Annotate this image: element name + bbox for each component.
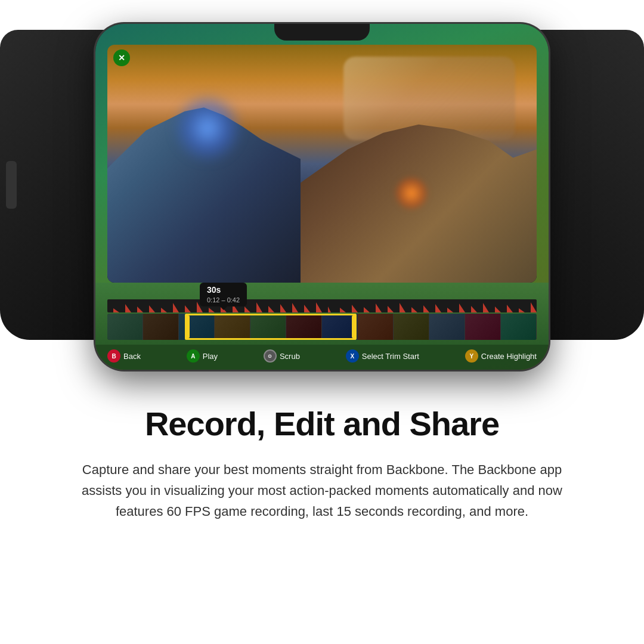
film-frame-11 [501, 314, 537, 340]
film-frame-7 [358, 314, 394, 340]
time-range-label: 0:12 – 0:42 [207, 296, 240, 304]
text-section: Record, Edit and Share Capture and share… [18, 382, 626, 522]
waveform-svg [107, 299, 537, 312]
game-scene: ✕ [107, 45, 537, 283]
film-frame-0 [107, 314, 143, 340]
film-frame-6 [322, 314, 358, 340]
controller-left-grip [0, 30, 104, 340]
film-frame-3 [215, 314, 250, 340]
phone-notch [274, 24, 370, 41]
film-frame-4 [250, 314, 286, 340]
device-wrapper: ✕ 30s 0:12 – 0:42 [0, 12, 644, 382]
body-text: Capture and share your best moments stra… [78, 459, 566, 522]
blue-glow-effect [172, 92, 243, 164]
phone-screen: ✕ 30s 0:12 – 0:42 [95, 24, 549, 370]
a-button-icon[interactable]: A [187, 349, 200, 363]
orange-glow-effect [394, 175, 429, 211]
scrub-label: Scrub [280, 352, 300, 361]
film-frame-8 [394, 314, 429, 340]
controls-bar: B Back A Play ⊙ Scrub X [95, 345, 549, 370]
create-highlight-control[interactable]: Y Create Highlight [465, 349, 537, 363]
filmstrip[interactable] [107, 314, 537, 340]
phone-frame: ✕ 30s 0:12 – 0:42 [95, 24, 549, 370]
film-frame-1 [143, 314, 179, 340]
film-frame-9 [429, 314, 465, 340]
film-frame-10 [465, 314, 501, 340]
timestamp-popup: 30s 0:12 – 0:42 [200, 283, 247, 306]
b-button-icon[interactable]: B [107, 349, 120, 363]
x-button-icon[interactable]: X [346, 349, 359, 363]
film-frame-5 [286, 314, 322, 340]
lb-button-icon[interactable]: ⊙ [264, 349, 277, 363]
play-control[interactable]: A Play [187, 349, 218, 363]
back-control[interactable]: B Back [107, 349, 141, 363]
back-label: Back [123, 352, 141, 361]
headline: Record, Edit and Share [78, 405, 566, 442]
xbox-logo-icon: ✕ [113, 49, 130, 66]
film-frame-2 [179, 314, 215, 340]
trim-start-label: Select Trim Start [362, 352, 419, 361]
trim-start-control[interactable]: X Select Trim Start [346, 349, 419, 363]
create-highlight-label: Create Highlight [481, 352, 537, 361]
play-label: Play [203, 352, 218, 361]
timeline-area: 30s 0:12 – 0:42 [95, 283, 549, 345]
game-area: ✕ [107, 45, 537, 283]
y-button-icon[interactable]: Y [465, 349, 478, 363]
scrub-control[interactable]: ⊙ Scrub [264, 349, 300, 363]
controller-right-grip [540, 30, 644, 340]
